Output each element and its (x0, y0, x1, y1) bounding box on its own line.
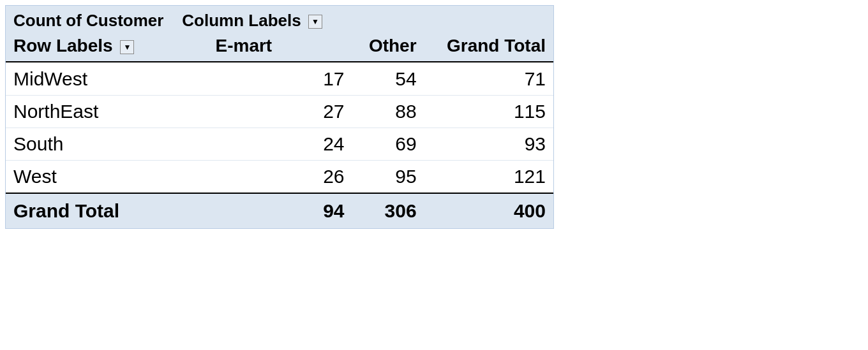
grand-total-label: Grand Total (6, 193, 208, 228)
west-emart: 26 (208, 161, 352, 194)
west-total: 121 (424, 161, 553, 194)
grand-total-other: 306 (352, 193, 424, 228)
midwest-total: 71 (424, 63, 553, 96)
header-row: Row Labels ▼ E-mart Other Grand Total (6, 33, 553, 62)
column-labels-dropdown-btn[interactable]: ▼ (308, 15, 322, 29)
midwest-other: 54 (352, 63, 424, 96)
south-total: 93 (424, 128, 553, 161)
south-emart: 24 (208, 128, 352, 161)
south-other: 69 (352, 128, 424, 161)
other-column-header: Other (352, 33, 424, 62)
table-row: West 26 95 121 (6, 161, 553, 194)
row-label-south: South (6, 128, 208, 161)
column-labels-label: Column Labels (182, 11, 301, 30)
grand-total-column-header: Grand Total (424, 33, 553, 62)
table-row: NorthEast 27 88 115 (6, 96, 553, 128)
row-labels-header: Row Labels ▼ (6, 33, 208, 62)
grand-total-row: Grand Total 94 306 400 (6, 193, 553, 228)
emart-column-header: E-mart (208, 33, 352, 62)
pivot-table-container: Count of Customer Column Labels ▼ Row La… (5, 5, 554, 229)
row-label-northeast: NorthEast (6, 96, 208, 128)
count-of-customer-label: Count of Customer (13, 11, 163, 30)
grand-total-emart: 94 (208, 193, 352, 228)
table-row: MidWest 17 54 71 (6, 63, 553, 96)
northeast-emart: 27 (208, 96, 352, 128)
table-title-cell: Count of Customer Column Labels ▼ (6, 6, 553, 33)
row-labels-text: Row Labels (13, 36, 113, 55)
row-label-midwest: MidWest (6, 63, 208, 96)
northeast-other: 88 (352, 96, 424, 128)
row-labels-dropdown-btn[interactable]: ▼ (120, 40, 134, 54)
row-label-west: West (6, 161, 208, 194)
grand-total-total: 400 (424, 193, 553, 228)
pivot-table: Count of Customer Column Labels ▼ Row La… (6, 6, 553, 228)
west-other: 95 (352, 161, 424, 194)
northeast-total: 115 (424, 96, 553, 128)
table-row: South 24 69 93 (6, 128, 553, 161)
title-row: Count of Customer Column Labels ▼ (6, 6, 553, 33)
midwest-emart: 17 (208, 63, 352, 96)
